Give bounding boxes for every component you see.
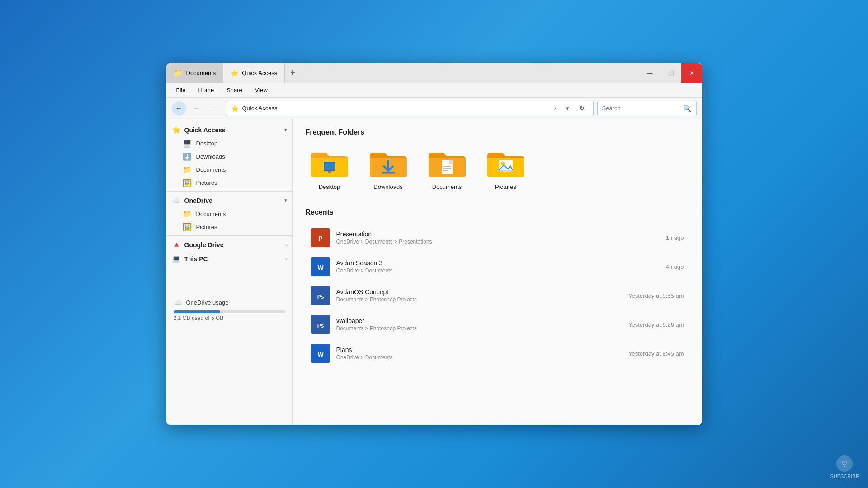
maximize-button[interactable]: ⬜ [660, 63, 681, 83]
this-pc-icon: 💻 [172, 254, 181, 263]
recent-presentation-name: Presentation [336, 230, 660, 238]
recent-avdanos-time: Yesterday at 9:55 am [628, 292, 684, 299]
recent-wallpaper-info: Wallpaper Documents > Photoshop Projects [336, 317, 623, 332]
address-bar[interactable]: ⭐ Quick Access › ▾ ↻ [226, 101, 594, 116]
svg-text:W: W [317, 351, 324, 358]
up-button[interactable]: ↑ [208, 101, 222, 116]
folder-pictures-label: Pictures [495, 183, 516, 190]
tab-quick-access[interactable]: ⭐ Quick Access [223, 63, 285, 83]
folder-icon: 📁 [174, 69, 183, 77]
onedrive-label: OneDrive [184, 197, 281, 204]
star-icon: ⭐ [231, 70, 238, 77]
right-panel: Frequent Folders [293, 119, 702, 425]
close-button[interactable]: ✕ [681, 63, 702, 83]
menu-view[interactable]: View [250, 85, 273, 95]
sidebar-item-documents[interactable]: 📁 Documents [166, 163, 292, 176]
tab-documents-label: Documents [186, 70, 216, 76]
recent-item-wallpaper[interactable]: Ps Wallpaper Documents > Photoshop Proje… [306, 310, 689, 338]
back-button[interactable]: ← [172, 101, 186, 116]
svg-text:P: P [318, 235, 322, 242]
sidebar-od-documents-label: Documents [196, 211, 226, 217]
usage-text: 2.1 GB used of 5 GB [174, 315, 285, 321]
svg-text:Ps: Ps [317, 323, 324, 329]
recent-item-avdanos-concept[interactable]: Ps AvdanOS Concept Documents > Photoshop… [306, 282, 689, 310]
watermark: ▽ SUBSCRIBE [830, 455, 859, 479]
menu-share[interactable]: Share [221, 85, 248, 95]
frequent-folders-title: Frequent Folders [306, 128, 689, 136]
folder-desktop-icon-wrap [309, 147, 350, 180]
quick-access-label: Quick Access [184, 127, 281, 134]
folder-downloads-label: Downloads [373, 183, 402, 190]
sidebar-section-this-pc[interactable]: 💻 This PC › [166, 252, 292, 266]
search-icon[interactable]: 🔍 [683, 104, 692, 113]
recent-plans-name: Plans [336, 346, 623, 353]
sidebar-section-quick-access[interactable]: ⭐ Quick Access ▾ [166, 123, 292, 137]
tab-quick-access-label: Quick Access [242, 70, 277, 76]
recent-wallpaper-name: Wallpaper [336, 317, 623, 324]
minimize-button[interactable]: — [640, 63, 660, 83]
recent-plans-path: OneDrive > Documents [336, 354, 623, 361]
sidebar-pictures-label: Pictures [196, 179, 217, 186]
address-actions: ▾ ↻ [561, 102, 589, 115]
recents-list: P Presentation OneDrive > Documents > Pr… [306, 224, 689, 367]
sidebar-item-pictures[interactable]: 🖼️ Pictures [166, 176, 292, 189]
sidebar-section-onedrive[interactable]: ☁️ OneDrive ▾ [166, 193, 292, 207]
folder-desktop[interactable]: Desktop [306, 144, 354, 194]
window-controls: — ⬜ ✕ [640, 63, 702, 83]
forward-button[interactable]: → [190, 101, 204, 116]
recent-item-avdan-season-3[interactable]: W Avdan Season 3 OneDrive > Documents 4h… [306, 253, 689, 281]
folder-documents[interactable]: Documents [423, 144, 471, 194]
sidebar-item-od-documents[interactable]: 📁 Documents [166, 207, 292, 221]
recent-presentation-path: OneDrive > Documents > Presentations [336, 239, 660, 245]
sidebar-item-downloads[interactable]: ⬇️ Downloads [166, 150, 292, 163]
sidebar-item-desktop[interactable]: 🖥️ Desktop [166, 137, 292, 150]
onedrive-chevron-icon: ▾ [284, 197, 287, 203]
svg-rect-3 [326, 173, 333, 174]
usage-bar-fill [174, 310, 221, 313]
file-explorer-window: 📁 Documents ⭐ Quick Access + — ⬜ ✕ File [166, 63, 702, 425]
sidebar-divider-1 [166, 191, 292, 192]
pictures-icon: 🖼️ [183, 178, 192, 187]
svg-rect-1 [325, 163, 335, 170]
quick-access-star-icon: ⭐ [172, 126, 181, 134]
onedrive-usage-section: ☁️ OneDrive usage 2.1 GB used of 5 GB [166, 293, 292, 327]
recent-item-plans[interactable]: W Plans OneDrive > Documents Yesterday a… [306, 339, 689, 367]
menu-file[interactable]: File [171, 85, 191, 95]
quick-access-chevron-icon: ▾ [284, 127, 287, 133]
watermark-icon: ▽ [836, 455, 853, 472]
folder-desktop-label: Desktop [319, 183, 340, 190]
folder-downloads-svg [368, 147, 409, 180]
word-file-icon-1: W [311, 257, 330, 276]
onedrive-usage-cloud-icon: ☁️ [174, 298, 183, 307]
ppt-file-icon: P [311, 228, 330, 247]
recent-plans-time: Yesterday at 8:45 am [628, 350, 684, 357]
address-refresh-button[interactable]: ↻ [576, 102, 589, 115]
this-pc-label: This PC [184, 255, 282, 263]
folder-downloads-icon-wrap [368, 147, 409, 180]
recent-avdan-name: Avdan Season 3 [336, 259, 660, 267]
folder-downloads[interactable]: Downloads [364, 144, 412, 194]
word-file-icon-2: W [311, 344, 330, 363]
recent-avdan-path: OneDrive > Documents [336, 267, 660, 274]
search-input[interactable] [602, 105, 680, 112]
menu-home[interactable]: Home [193, 85, 219, 95]
recent-avdan-info: Avdan Season 3 OneDrive > Documents [336, 259, 660, 274]
downloads-icon: ⬇️ [183, 152, 192, 161]
add-tab-button[interactable]: + [285, 63, 301, 83]
tab-documents[interactable]: 📁 Documents [166, 63, 224, 83]
od-documents-icon: 📁 [183, 210, 192, 218]
folder-pictures-icon-wrap [486, 147, 526, 180]
sidebar-od-pictures-label: Pictures [196, 224, 217, 230]
folder-pictures[interactable]: Pictures [482, 144, 530, 194]
recent-item-presentation[interactable]: P Presentation OneDrive > Documents > Pr… [306, 224, 689, 252]
address-dropdown-button[interactable]: ▾ [561, 102, 574, 115]
sidebar-documents-label: Documents [196, 166, 226, 173]
recent-avdan-time: 4h ago [666, 263, 684, 270]
sidebar-item-od-pictures[interactable]: 🖼️ Pictures [166, 221, 292, 234]
onedrive-usage-label: OneDrive usage [186, 299, 229, 306]
recent-wallpaper-time: Yesterday at 9:26 am [628, 321, 684, 328]
search-bar[interactable]: 🔍 [597, 101, 697, 116]
svg-point-12 [501, 162, 505, 165]
sidebar-divider-2 [166, 235, 292, 236]
sidebar-section-google-drive[interactable]: 🔺 Google Drive › [166, 238, 292, 252]
